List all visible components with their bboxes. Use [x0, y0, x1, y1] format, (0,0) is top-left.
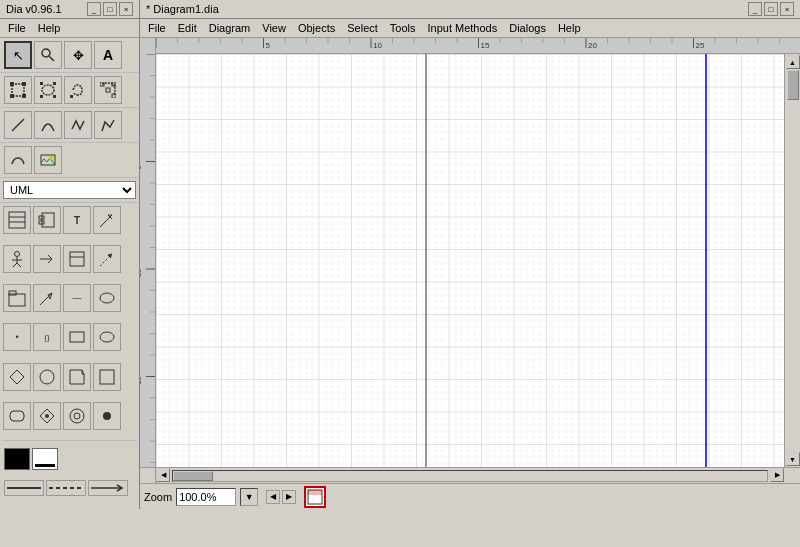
menu-select[interactable]: Select	[341, 20, 384, 36]
left-menu-help[interactable]: Help	[32, 20, 67, 36]
uml-circle2[interactable]	[63, 402, 91, 430]
curve-tool[interactable]	[4, 146, 32, 174]
left-minimize-btn[interactable]: _	[87, 2, 101, 16]
uml-dep[interactable]	[93, 206, 121, 234]
diagram-canvas[interactable]	[156, 54, 784, 467]
menu-dialogs[interactable]: Dialogs	[503, 20, 552, 36]
pointer-tool[interactable]: ↖	[4, 41, 32, 69]
uml-actor[interactable]	[3, 245, 31, 273]
component-icon	[38, 211, 56, 229]
svg-point-50	[70, 409, 84, 423]
uml-diamond2[interactable]	[33, 402, 61, 430]
line-tool[interactable]	[4, 111, 32, 139]
toolbar-row-4	[0, 143, 139, 178]
zoom-input[interactable]	[176, 488, 236, 506]
canvas-scroll[interactable]	[156, 54, 784, 467]
uml-usecase[interactable]	[93, 284, 121, 312]
uml-dot[interactable]	[93, 402, 121, 430]
uml-circle[interactable]	[33, 363, 61, 391]
menu-edit[interactable]: Edit	[172, 20, 203, 36]
right-close-btn[interactable]: ×	[780, 2, 794, 16]
left-close-btn[interactable]: ×	[119, 2, 133, 16]
uml-note2[interactable]	[63, 363, 91, 391]
gen-icon	[38, 289, 56, 307]
ellipse-icon	[98, 328, 116, 346]
toolbar-row-3	[0, 108, 139, 143]
left-title-bar: Dia v0.96.1 _ □ ×	[0, 0, 140, 18]
vertical-scrollbar[interactable]: ▲ ▼	[784, 54, 800, 467]
uml-component[interactable]	[33, 206, 61, 234]
menu-input-methods[interactable]: Input Methods	[422, 20, 504, 36]
zoom-dropdown-btn[interactable]: ▼	[240, 488, 258, 506]
arc-tool[interactable]	[34, 111, 62, 139]
svg-point-19	[49, 156, 53, 160]
line-pattern-solid[interactable]	[4, 480, 44, 496]
line-color-box[interactable]	[32, 448, 58, 470]
nav-next-btn[interactable]: ▶	[282, 490, 296, 504]
uml-rect[interactable]	[63, 323, 91, 351]
hscroll-track[interactable]	[172, 470, 768, 482]
svg-text:15: 15	[140, 377, 142, 385]
uml-rounded[interactable]	[3, 402, 31, 430]
uml-box2[interactable]	[93, 363, 121, 391]
shape-select[interactable]: UML Flowchart Network Database	[3, 181, 136, 199]
menu-diagram[interactable]: Diagram	[203, 20, 257, 36]
uml-interface[interactable]	[63, 245, 91, 273]
menu-file[interactable]: File	[142, 20, 172, 36]
svg-rect-3	[10, 82, 14, 86]
uml-generalization[interactable]	[33, 284, 61, 312]
svg-rect-33	[70, 252, 84, 266]
uml-package[interactable]	[3, 284, 31, 312]
svg-rect-41	[70, 332, 84, 342]
bezier-select-tool[interactable]	[94, 76, 122, 104]
uml-ellipse[interactable]	[93, 323, 121, 351]
box-tool[interactable]	[4, 76, 32, 104]
svg-rect-141	[308, 490, 322, 495]
uml-note[interactable]: T	[63, 206, 91, 234]
magnify-tool[interactable]	[34, 41, 62, 69]
main-canvas-row: 51015202530	[140, 54, 800, 467]
vscroll-down-btn[interactable]: ▼	[786, 452, 800, 466]
uml-line[interactable]: —	[63, 284, 91, 312]
menu-objects[interactable]: Objects	[292, 20, 341, 36]
ellipse-select-icon	[40, 82, 56, 98]
vscroll-up-btn[interactable]: ▲	[786, 55, 800, 69]
image-tool[interactable]	[34, 146, 62, 174]
lasso-tool[interactable]	[64, 76, 92, 104]
text-tool[interactable]: A	[94, 41, 122, 69]
uml-point[interactable]: •	[3, 323, 31, 351]
diamond2-icon	[38, 407, 56, 425]
box2-icon	[98, 368, 116, 386]
vscroll-thumb[interactable]	[787, 70, 799, 100]
polyline-tool[interactable]	[94, 111, 122, 139]
svg-rect-137	[156, 54, 784, 467]
left-menu-file[interactable]: File	[2, 20, 32, 36]
svg-line-30	[13, 263, 17, 267]
hscroll-right-btn[interactable]: ▶	[770, 468, 784, 482]
uml-class[interactable]	[3, 206, 31, 234]
fill-color-box[interactable]	[4, 448, 30, 470]
canvas-container[interactable]	[156, 54, 784, 467]
nav-prev-btn[interactable]: ◀	[266, 490, 280, 504]
right-menubar: File Edit Diagram View Objects Select To…	[140, 19, 800, 37]
hscroll-thumb[interactable]	[173, 471, 213, 481]
left-maximize-btn[interactable]: □	[103, 2, 117, 16]
line-pattern-dashed[interactable]	[46, 480, 86, 496]
right-minimize-btn[interactable]: _	[748, 2, 762, 16]
uml-constraint[interactable]: {}	[33, 323, 61, 351]
arrow-style[interactable]	[88, 480, 128, 496]
uml-diamond[interactable]	[3, 363, 31, 391]
scroll-tool[interactable]: ✥	[64, 41, 92, 69]
uml-assoc[interactable]	[33, 245, 61, 273]
hscroll-left-btn[interactable]: ◀	[156, 468, 170, 482]
class-icon	[8, 211, 26, 229]
right-maximize-btn[interactable]: □	[764, 2, 778, 16]
diagram-tab-icon[interactable]	[304, 486, 326, 508]
uml-realization[interactable]	[93, 245, 121, 273]
menu-tools[interactable]: Tools	[384, 20, 422, 36]
ellipse-select-tool[interactable]	[34, 76, 62, 104]
menu-view[interactable]: View	[256, 20, 292, 36]
svg-rect-12	[70, 95, 73, 98]
zigzag-tool[interactable]	[64, 111, 92, 139]
menu-help[interactable]: Help	[552, 20, 587, 36]
